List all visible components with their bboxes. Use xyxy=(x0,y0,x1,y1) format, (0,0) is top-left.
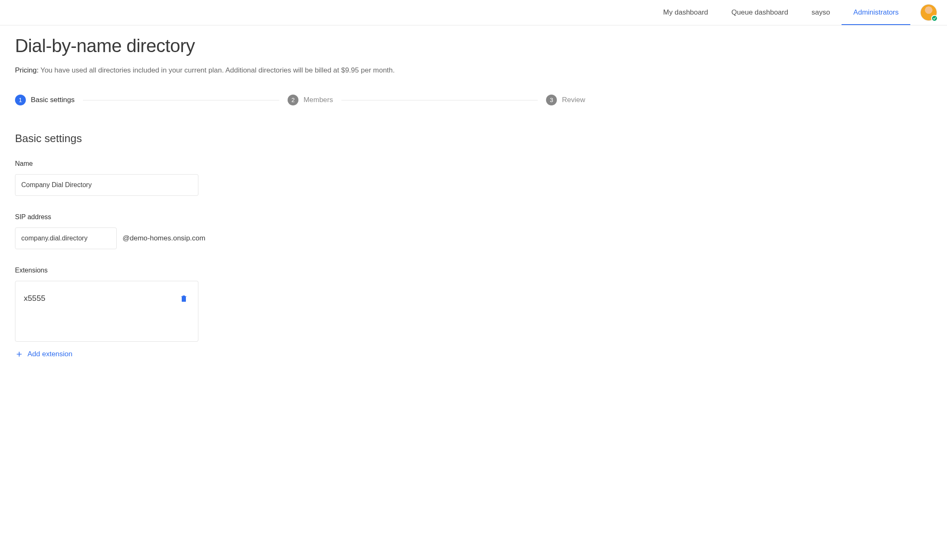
wizard-stepper: 1 Basic settings 2 Members 3 Review xyxy=(15,95,585,105)
tab-label: Queue dashboard xyxy=(732,8,788,17)
form-group-sip: SIP address @demo-homes.onsip.com xyxy=(15,213,585,249)
tab-sayso[interactable]: sayso xyxy=(800,0,842,25)
pricing-notice: Pricing: You have used all directories i… xyxy=(15,66,585,75)
tab-my-dashboard[interactable]: My dashboard xyxy=(651,0,720,25)
sip-input[interactable] xyxy=(15,228,117,249)
pricing-label: Pricing: xyxy=(15,66,39,74)
page-title: Dial-by-name directory xyxy=(15,35,585,56)
top-header: My dashboard Queue dashboard sayso Admin… xyxy=(0,0,947,25)
add-extension-button[interactable]: Add extension xyxy=(15,350,585,358)
form-group-name: Name xyxy=(15,160,585,196)
pricing-text: You have used all directories included i… xyxy=(40,66,395,74)
step-label: Review xyxy=(562,96,585,104)
nav-tabs: My dashboard Queue dashboard sayso Admin… xyxy=(651,0,910,25)
sip-domain: @demo-homes.onsip.com xyxy=(123,234,205,242)
step-basic-settings[interactable]: 1 Basic settings xyxy=(15,95,75,105)
tab-label: My dashboard xyxy=(663,8,708,17)
check-icon xyxy=(933,17,936,20)
tab-administrators[interactable]: Administrators xyxy=(842,0,910,25)
add-extension-label: Add extension xyxy=(28,350,73,358)
extensions-label: Extensions xyxy=(15,267,585,274)
extensions-list: x5555 xyxy=(15,281,198,342)
extension-row: x5555 xyxy=(15,286,198,310)
page-content: Dial-by-name directory Pricing: You have… xyxy=(0,25,600,383)
step-members[interactable]: 2 Members xyxy=(288,95,333,105)
tab-queue-dashboard[interactable]: Queue dashboard xyxy=(720,0,800,25)
tab-label: sayso xyxy=(812,8,830,17)
section-title: Basic settings xyxy=(15,132,585,145)
step-label: Basic settings xyxy=(31,96,75,104)
name-input[interactable] xyxy=(15,174,198,196)
plus-icon xyxy=(15,350,23,358)
sip-label: SIP address xyxy=(15,213,585,221)
step-connector xyxy=(83,100,279,100)
step-label: Members xyxy=(303,96,333,104)
delete-extension-button[interactable] xyxy=(178,292,190,305)
sip-row: @demo-homes.onsip.com xyxy=(15,228,585,249)
trash-icon xyxy=(180,294,188,303)
name-label: Name xyxy=(15,160,585,168)
step-review[interactable]: 3 Review xyxy=(546,95,585,105)
extension-value: x5555 xyxy=(24,294,45,303)
step-number: 3 xyxy=(546,95,557,105)
step-number: 2 xyxy=(288,95,298,105)
presence-badge-online xyxy=(931,15,938,22)
step-connector xyxy=(341,100,538,100)
tab-label: Administrators xyxy=(853,8,899,17)
user-avatar[interactable] xyxy=(920,4,937,21)
step-number: 1 xyxy=(15,95,26,105)
form-group-extensions: Extensions x5555 Add extension xyxy=(15,267,585,358)
